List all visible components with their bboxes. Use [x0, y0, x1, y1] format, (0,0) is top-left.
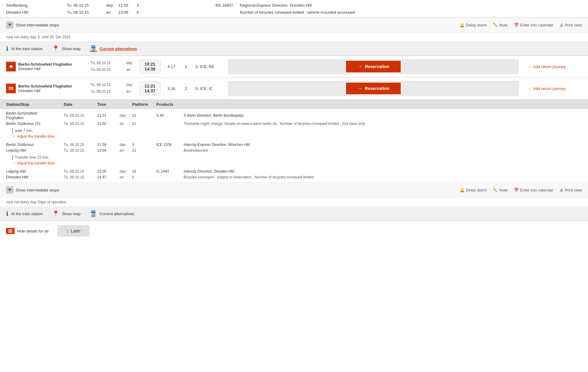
- depart-col-3b: arr: [118, 174, 129, 182]
- date-col-3b: Tu, 06.10.15: [61, 174, 94, 182]
- adjust-arrow-2: →: [12, 161, 16, 165]
- info-col-3b: Bicycles conveyed - subject to reservati…: [181, 174, 588, 182]
- delay-alarm-2[interactable]: 🔔 Delay alarm: [460, 188, 487, 192]
- at-train-station-2[interactable]: ℹ At the train station: [6, 210, 43, 217]
- reservation-btn-1[interactable]: → Reservation: [346, 61, 401, 72]
- note-icon-1: ✏️: [493, 23, 498, 27]
- hide-details-container[interactable]: Hide details for all: [6, 228, 48, 234]
- show-intermediate-stops-1[interactable]: Show intermediate stops: [6, 21, 59, 29]
- current-alternatives-label-1: Current alternatives: [100, 46, 137, 51]
- reservation-label-2: Reservation: [365, 86, 389, 91]
- col-header-date: Date: [61, 100, 94, 109]
- detail-header-row: Station/Stop Date Time Platform Products: [0, 100, 588, 109]
- walk-row-1: walk 7 min.: [0, 128, 588, 134]
- calendar-label-1: Enter into calendar: [520, 23, 553, 27]
- add-return-label-1: Add return journey: [533, 64, 566, 69]
- col-header-platform: Platform: [129, 100, 153, 109]
- info-col-1a: S-Bahn Direction: Berlin Bundesplatz: [181, 109, 588, 121]
- runs-note-1: runs not every day, 6. until 20. Oct 201…: [0, 33, 588, 42]
- time-col-1b: 11:52: [94, 121, 118, 128]
- product-1: RE 18407: [216, 3, 240, 8]
- date-2: Tu, 06.10.15: [67, 10, 106, 15]
- delay-alarm-label-2: Delay alarm: [466, 188, 487, 192]
- add-return-arrow-1: →: [527, 64, 531, 69]
- actions-bar-2: 🔔 Delay alarm ✏️ Note 📅 Enter into calen…: [460, 188, 582, 192]
- note-action-2[interactable]: ✏️ Note: [493, 188, 508, 192]
- arr-time-2: 14:37: [144, 88, 156, 93]
- platform-col-3b: 1: [129, 174, 153, 182]
- from-station-1: Berlin-Schönefeld Flughafen: [18, 62, 88, 67]
- add-return-1[interactable]: → Add return journey: [527, 64, 582, 69]
- detail-table: Station/Stop Date Time Platform Products…: [0, 100, 588, 182]
- station-icon-2: ℹ: [6, 210, 8, 217]
- time-col-3a: 13:26: [94, 167, 118, 174]
- col-header-depart: [118, 100, 129, 109]
- svg-marker-1: [9, 65, 13, 68]
- date-1: Tu, 06.10.15: [67, 3, 106, 8]
- later-button[interactable]: ↓ Later: [57, 225, 90, 237]
- station-col-1a: Berlin-Schönefeld Flughafen: [0, 109, 61, 121]
- time-col-3b: 14:37: [94, 174, 118, 182]
- note-action-1[interactable]: ✏️ Note: [493, 23, 508, 27]
- platform-1: 3: [137, 3, 146, 8]
- station-bar-2: ℹ At the train station 📍 Show map 🚆 Curr…: [0, 207, 588, 220]
- adjust-transfer-link-2[interactable]: → Adjust the transfer time: [12, 161, 582, 165]
- svg-rect-3: [8, 229, 12, 230]
- time-col-2b: 13:04: [94, 147, 118, 154]
- col-header-products: Products: [153, 100, 181, 109]
- depart-col-1b: arr: [118, 121, 129, 128]
- map-icon-2: 📍: [52, 210, 59, 217]
- add-return-2[interactable]: → Add return journey: [527, 86, 582, 91]
- current-alternatives-2[interactable]: 🚆 Current alternatives: [90, 210, 134, 217]
- journey-duration-1: 4:17: [163, 64, 180, 69]
- adjust-arrow-1: →: [12, 134, 16, 139]
- print-icon-2: 🖨: [559, 188, 563, 192]
- journey-stations-1: Berlin-Schönefeld Flughafen Dresden Hbf: [18, 62, 88, 71]
- show-map-label-1: Show map: [62, 46, 80, 51]
- alternatives-icon-2: 🚆: [90, 210, 97, 217]
- detail-row-1a: Berlin-Schönefeld Flughafen Tu, 06.10.15…: [0, 109, 588, 121]
- delay-alarm-1[interactable]: 🔔 Delay alarm: [460, 23, 487, 27]
- platform-col-2b: 11: [129, 147, 153, 154]
- stops-bar-1: Show intermediate stops 🔔 Delay alarm ✏️…: [0, 17, 588, 33]
- stops-icon-2: [6, 186, 13, 194]
- reservation-btn-2[interactable]: → Reservation: [346, 83, 401, 94]
- show-map-1[interactable]: 📍 Show map: [52, 45, 80, 52]
- show-map-2[interactable]: 📍 Show map: [52, 210, 80, 217]
- to-station-1: Dresden Hbf: [18, 67, 88, 71]
- map-icon-1: 📍: [52, 45, 59, 52]
- to-station-2: Dresden Hbf: [18, 88, 88, 93]
- platform-col-1b: 11: [129, 121, 153, 128]
- adjust-transfer-link-1[interactable]: → Adjust the transfer time: [12, 134, 582, 139]
- time-col-1a: 11:21: [94, 109, 118, 121]
- products-col-1a: S 45: [153, 109, 181, 121]
- arr-time-1: 14:38: [144, 67, 156, 71]
- journey-depArr-1: dep arr: [126, 60, 137, 73]
- print-action-1[interactable]: 🖨 Print view: [559, 23, 582, 27]
- detail-section: Station/Stop Date Time Platform Products…: [0, 99, 588, 182]
- summary-row-2: Dresden Hbf Tu, 06.10.15 arr 13:06 9 Num…: [6, 9, 582, 17]
- journey-times-box-2: 11:21 14:37: [139, 81, 161, 95]
- info-col-2a: Intercity-Express Direction: München Hbf: [181, 140, 588, 147]
- date-col-1b: Tu, 06.10.15: [61, 121, 94, 128]
- product-2: [216, 10, 240, 15]
- actions-bar-1: 🔔 Delay alarm ✏️ Note 📅 Enter into calen…: [460, 23, 582, 27]
- adjust-transfer-label-1: Adjust the transfer time: [17, 134, 54, 139]
- calendar-action-1[interactable]: 📅 Enter into calendar: [514, 23, 553, 27]
- station-bar-1: ℹ At the train station 📍 Show map 🚆 Curr…: [0, 42, 588, 55]
- detail-row-2b: Leipzig Hbf Tu, 06.10.15 13:04 arr 11 Bo…: [0, 147, 588, 154]
- current-alternatives-1[interactable]: 🚆 Current alternatives: [90, 45, 137, 52]
- adjust-transfer-row-1: → Adjust the transfer time: [0, 134, 588, 140]
- platform-col-1a: 13: [129, 109, 153, 121]
- later-arrow-icon: ↓: [66, 228, 69, 234]
- print-action-2[interactable]: 🖨 Print view: [559, 188, 582, 192]
- info-1: Regional-Express Direction: Dresden Hbf: [240, 3, 312, 8]
- detail-row-2a: Berlin Südkreuz Tu, 06.10.15 11:59 dep 3…: [0, 140, 588, 147]
- walk-label: walk 7 min.: [15, 129, 33, 133]
- date-col-1a: Tu, 06.10.15: [61, 109, 94, 121]
- at-train-station-1[interactable]: ℹ At the train station: [6, 45, 43, 52]
- calendar-action-2[interactable]: 📅 Enter into calendar: [514, 188, 553, 192]
- show-intermediate-stops-2[interactable]: Show intermediate stops: [6, 186, 59, 194]
- at-train-station-label-1: At the train station: [11, 46, 43, 51]
- date-col-2b: Tu, 06.10.15: [61, 147, 94, 154]
